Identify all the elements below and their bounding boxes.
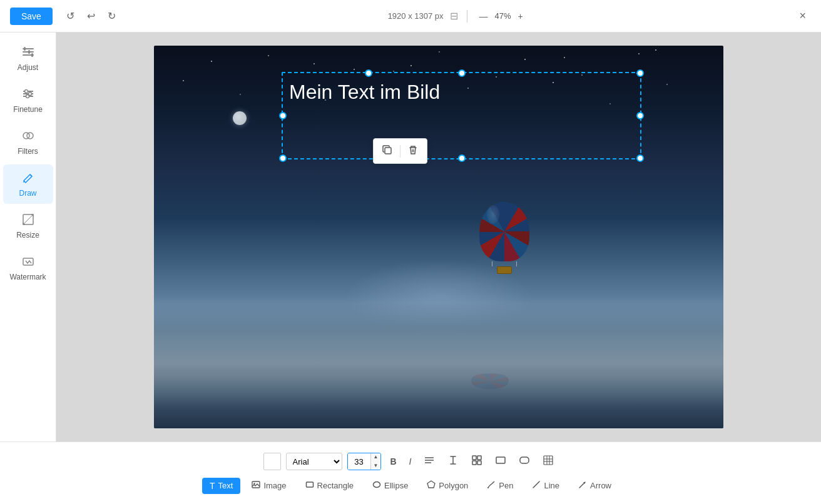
canvas-info: 1920 x 1307 px ⊟ — 47% + <box>120 10 795 23</box>
image-canvas[interactable]: Mein Text im Bild <box>154 46 723 428</box>
texture-icon[interactable] <box>467 452 486 471</box>
sidebar-item-draw-label: Draw <box>19 189 36 198</box>
rect-outline-icon[interactable] <box>491 452 510 471</box>
sidebar-item-watermark[interactable]: Watermark <box>3 248 53 288</box>
ellipse-tool-icon <box>372 480 381 491</box>
tool-text-button[interactable]: T Text <box>202 478 240 494</box>
tool-polygon-label: Polygon <box>439 481 468 490</box>
sidebar-item-watermark-label: Watermark <box>9 273 46 281</box>
balloon-reflection <box>471 366 509 397</box>
tool-ellipse-label: Ellipse <box>384 481 408 490</box>
zoom-out-button[interactable]: — <box>476 10 491 23</box>
svg-rect-25 <box>520 457 529 463</box>
zoom-level: 47% <box>495 11 511 21</box>
handle-left[interactable] <box>279 112 287 119</box>
font-family-select[interactable]: Arial <box>286 453 342 470</box>
tool-ellipse-button[interactable]: Ellipse <box>365 477 416 494</box>
sidebar-item-finetune[interactable]: Finetune <box>3 81 53 120</box>
zoom-controls: — 47% + <box>476 10 526 23</box>
color-picker[interactable] <box>263 453 281 470</box>
handle-top-right[interactable] <box>636 69 644 77</box>
balloon-body <box>479 202 529 261</box>
popup-delete-button[interactable] <box>402 141 424 161</box>
text-overlay: Mein Text im Bild <box>289 81 440 104</box>
image-tool-icon <box>252 480 260 491</box>
text-selection-box[interactable]: Mein Text im Bild <box>282 72 641 159</box>
tool-rectangle-label: Rectangle <box>317 481 354 490</box>
tool-polygon-button[interactable]: Polygon <box>419 477 476 494</box>
align-icon[interactable] <box>420 452 439 471</box>
handle-bottom-left[interactable] <box>279 154 287 162</box>
svg-rect-24 <box>496 457 505 463</box>
balloon-basket <box>497 266 512 274</box>
tool-rectangle-button[interactable]: Rectangle <box>298 477 362 494</box>
sidebar-item-resize-label: Resize <box>16 231 39 239</box>
font-size-up-button[interactable]: ▲ <box>371 453 381 461</box>
tool-pen-button[interactable]: Pen <box>479 477 521 494</box>
font-size-down-button[interactable]: ▼ <box>371 461 381 470</box>
popup-copy-button[interactable] <box>376 141 399 161</box>
rounded-rect-icon[interactable] <box>515 452 534 471</box>
popup-divider <box>400 145 400 158</box>
svg-rect-3 <box>24 47 26 51</box>
tool-line-label: Line <box>544 481 559 490</box>
svg-rect-22 <box>472 461 476 465</box>
canvas-dimensions: 1920 x 1307 px <box>388 11 444 21</box>
handle-bottom-center[interactable] <box>458 154 466 162</box>
tool-arrow-button[interactable]: Arrow <box>571 477 619 494</box>
tool-arrow-label: Arrow <box>590 481 611 490</box>
italic-button[interactable]: I <box>405 454 416 469</box>
font-size-control: ▲ ▼ <box>347 453 382 470</box>
save-button[interactable]: Save <box>10 8 53 25</box>
toolbar-icons: ↺ ↩ ↻ <box>63 8 120 24</box>
top-bar-right: × <box>794 7 811 25</box>
handle-bottom-right[interactable] <box>636 154 644 162</box>
sidebar-item-resize[interactable]: Resize <box>3 206 53 246</box>
format-options-row: Arial ▲ ▼ B I <box>263 452 558 471</box>
bold-button[interactable]: B <box>386 454 400 469</box>
svg-rect-23 <box>477 461 481 465</box>
text-spacing-icon[interactable] <box>444 452 462 471</box>
font-size-arrows: ▲ ▼ <box>370 453 381 470</box>
finetune-icon <box>21 87 35 103</box>
split-icon: ⊟ <box>450 10 458 22</box>
svg-marker-35 <box>427 481 435 488</box>
svg-point-32 <box>254 483 255 484</box>
text-tool-icon: T <box>210 481 215 491</box>
pen-tool-icon <box>487 480 496 491</box>
sidebar-item-draw[interactable]: Draw <box>3 164 53 204</box>
tool-line-button[interactable]: Line <box>524 477 567 494</box>
svg-rect-16 <box>385 148 391 154</box>
font-size-input[interactable] <box>348 453 370 470</box>
svg-rect-5 <box>31 53 33 57</box>
grid-text-icon[interactable] <box>539 452 558 471</box>
sidebar-item-adjust-label: Adjust <box>18 63 38 72</box>
svg-point-36 <box>487 487 489 488</box>
sidebar-item-filters[interactable]: Filters <box>3 123 53 162</box>
handle-right[interactable] <box>636 112 644 119</box>
handle-top-center[interactable] <box>458 69 466 77</box>
zoom-in-button[interactable]: + <box>515 10 526 23</box>
sidebar-item-adjust[interactable]: Adjust <box>3 39 53 78</box>
canvas-area: Mein Text im Bild <box>56 33 821 441</box>
handle-top-left-inner[interactable] <box>365 69 372 77</box>
undo2-icon[interactable]: ↩ <box>83 8 99 24</box>
draw-icon <box>21 171 35 186</box>
context-popup <box>373 138 427 164</box>
watermark-icon <box>21 255 35 270</box>
resize-icon <box>21 213 35 228</box>
main-area: Adjust Finetune <box>0 33 821 441</box>
tool-image-button[interactable]: Image <box>244 477 293 494</box>
bottom-toolbar: Arial ▲ ▼ B I <box>0 441 821 504</box>
svg-rect-33 <box>306 482 313 487</box>
water-area <box>154 303 723 428</box>
line-tool-icon <box>532 480 541 491</box>
close-button[interactable]: × <box>794 7 811 25</box>
moon <box>233 111 247 125</box>
svg-rect-21 <box>477 456 481 460</box>
rope-right <box>516 261 517 266</box>
undo-icon[interactable]: ↺ <box>63 8 78 24</box>
tool-buttons-row: T Text Image Rectangle <box>202 477 619 494</box>
redo-icon[interactable]: ↻ <box>104 8 120 24</box>
svg-point-11 <box>26 95 29 98</box>
